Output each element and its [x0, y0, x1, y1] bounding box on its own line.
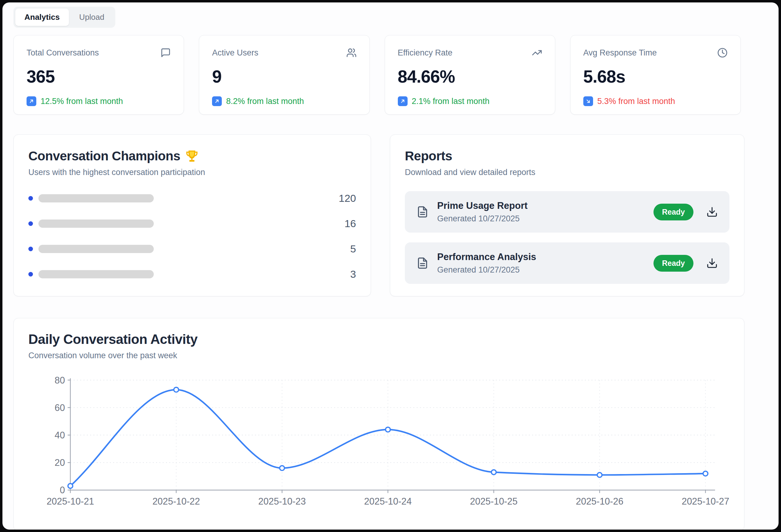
champions-list: 120 16 5 3 — [28, 192, 356, 280]
daily-activity-chart: 0204060802025-10-212025-10-222025-10-232… — [28, 369, 730, 521]
champion-count: 5 — [350, 243, 356, 255]
champion-name-redacted — [38, 245, 154, 253]
tab-upload[interactable]: Upload — [70, 8, 114, 26]
stat-label: Avg Response Time — [583, 48, 657, 58]
data-point — [491, 470, 496, 475]
stat-card-avg-response-time: Avg Response Time 5.68s 5.3% from last m… — [570, 35, 741, 115]
trending-up-icon — [532, 48, 542, 58]
app-window: Analytics Upload Total Conversations 365… — [2, 2, 779, 530]
report-name: Prime Usage Report — [437, 200, 528, 211]
report-item-prime-usage[interactable]: Prime Usage Report Generated 10/27/2025 … — [405, 191, 730, 233]
stat-value: 9 — [212, 66, 356, 87]
champion-name-redacted — [38, 270, 154, 278]
file-text-icon — [416, 206, 428, 218]
download-button[interactable] — [706, 206, 718, 218]
data-point — [597, 473, 602, 478]
users-icon — [346, 48, 357, 58]
reports-subtitle: Download and view detailed reports — [405, 168, 730, 177]
svg-text:2025-10-27: 2025-10-27 — [682, 496, 729, 506]
champion-row: 120 — [28, 192, 356, 204]
champions-title: Conversation Champions — [28, 149, 180, 164]
stat-change-text: 5.3% from last month — [597, 97, 675, 106]
champion-dot-icon — [28, 221, 33, 226]
stats-row: Total Conversations 365 12.5% from last … — [13, 35, 741, 115]
status-badge: Ready — [654, 204, 693, 220]
champion-count: 16 — [344, 218, 356, 230]
champion-row: 5 — [28, 243, 356, 255]
stat-label: Efficiency Rate — [398, 48, 453, 58]
stat-card-efficiency-rate: Efficiency Rate 84.66% 2.1% from last mo… — [385, 35, 555, 115]
download-icon — [706, 206, 718, 218]
download-icon — [706, 257, 718, 269]
data-point — [280, 466, 285, 471]
champion-row: 3 — [28, 268, 356, 280]
stat-value: 5.68s — [583, 66, 728, 87]
daily-activity-panel: Daily Conversation Activity Conversation… — [13, 318, 744, 530]
stat-label: Active Users — [212, 48, 258, 58]
svg-text:2025-10-23: 2025-10-23 — [258, 496, 306, 506]
data-point — [703, 471, 708, 476]
stat-card-total-conversations: Total Conversations 365 12.5% from last … — [13, 35, 184, 115]
conversation-champions-panel: Conversation Champions Users with the hi… — [13, 134, 371, 296]
trophy-icon — [185, 149, 199, 163]
svg-text:80: 80 — [54, 375, 65, 385]
champion-count: 3 — [350, 268, 356, 280]
champion-count: 120 — [339, 192, 356, 204]
trend-up-emoji-icon — [212, 96, 222, 106]
stat-change-text: 2.1% from last month — [412, 97, 490, 106]
champions-subtitle: Users with the highest conversation part… — [28, 168, 356, 177]
svg-text:2025-10-22: 2025-10-22 — [153, 496, 200, 506]
champion-name-redacted — [38, 220, 154, 228]
svg-text:40: 40 — [54, 430, 65, 440]
chart-subtitle: Conversation volume over the past week — [28, 351, 730, 360]
data-point — [385, 427, 390, 432]
champion-dot-icon — [28, 196, 33, 201]
view-tabbar: Analytics Upload — [13, 7, 115, 28]
svg-text:60: 60 — [54, 402, 65, 413]
svg-text:0: 0 — [60, 485, 65, 495]
report-item-performance-analysis[interactable]: Performance Analysis Generated 10/27/202… — [405, 242, 730, 284]
stat-value: 365 — [27, 66, 171, 87]
reports-panel: Reports Download and view detailed repor… — [390, 134, 744, 296]
report-name: Performance Analysis — [437, 252, 536, 263]
reports-title: Reports — [405, 149, 452, 164]
chart-title: Daily Conversation Activity — [28, 332, 730, 347]
reports-list: Prime Usage Report Generated 10/27/2025 … — [405, 191, 730, 284]
status-badge: Ready — [654, 255, 693, 272]
trend-up-emoji-icon — [27, 96, 36, 106]
champion-row: 16 — [28, 218, 356, 230]
tab-analytics[interactable]: Analytics — [15, 8, 69, 26]
stat-change-text: 8.2% from last month — [226, 97, 304, 106]
champion-dot-icon — [28, 272, 33, 276]
download-button[interactable] — [706, 257, 718, 269]
stat-card-active-users: Active Users 9 8.2% from last month — [199, 35, 369, 115]
speech-bubble-icon — [161, 48, 171, 58]
svg-text:2025-10-26: 2025-10-26 — [576, 496, 624, 506]
svg-text:2025-10-25: 2025-10-25 — [470, 496, 518, 506]
champion-name-redacted — [38, 194, 154, 203]
stat-change-text: 12.5% from last month — [41, 97, 123, 106]
data-point — [174, 387, 179, 392]
svg-text:2025-10-24: 2025-10-24 — [364, 496, 412, 506]
svg-text:20: 20 — [54, 457, 65, 468]
clock-icon — [717, 48, 728, 58]
champion-dot-icon — [28, 247, 33, 251]
report-generated: Generated 10/27/2025 — [437, 265, 536, 275]
stat-label: Total Conversations — [27, 48, 99, 58]
data-point — [68, 484, 73, 488]
file-text-icon — [416, 257, 428, 269]
svg-text:2025-10-21: 2025-10-21 — [47, 496, 94, 506]
report-generated: Generated 10/27/2025 — [437, 214, 528, 223]
stat-value: 84.66% — [398, 66, 542, 87]
trend-down-emoji-icon — [583, 96, 593, 106]
trend-up-emoji-icon — [398, 96, 408, 106]
